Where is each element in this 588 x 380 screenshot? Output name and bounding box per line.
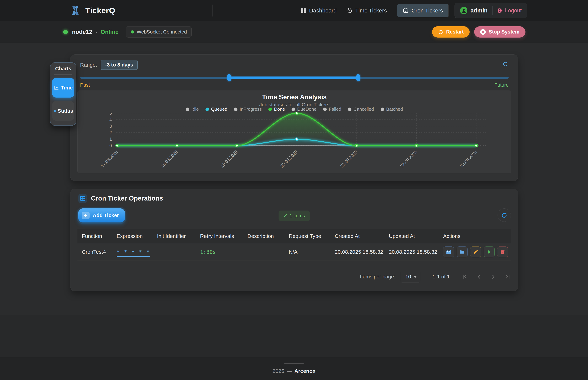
websocket-label: WebSocket Connected [137, 29, 187, 35]
future-label: Future [494, 82, 509, 88]
charts-selector-title: Charts [55, 66, 71, 72]
time-chart-button[interactable]: Time [52, 78, 74, 97]
legend-item[interactable]: Queued [205, 107, 227, 112]
first-page-button[interactable] [461, 273, 468, 280]
slider-handle-start[interactable] [227, 74, 231, 81]
data-point[interactable] [116, 144, 119, 147]
svg-text:0: 0 [109, 143, 112, 148]
data-point[interactable] [176, 144, 178, 147]
legend-dot [348, 108, 351, 111]
data-point[interactable] [475, 144, 478, 147]
range-row: Range: -3 to 3 days [80, 60, 138, 70]
svg-text:18.08.2025: 18.08.2025 [160, 150, 179, 169]
trash-icon [500, 249, 506, 255]
nav-item-time-tickers[interactable]: Time Tickers [347, 7, 387, 14]
user-chip: admin Logout [455, 3, 527, 18]
legend-item[interactable]: Idle [186, 107, 199, 112]
chart-title: Time Series Analysis [78, 94, 511, 101]
restart-label: Restart [446, 29, 464, 35]
nav-item-cron-tickers[interactable]: Cron Tickers [397, 4, 449, 17]
legend-item[interactable]: InProgress [234, 107, 262, 112]
footer: 2025 — Arcenox [0, 357, 588, 380]
alarm-clock-icon [347, 8, 352, 13]
cron-expression-link[interactable]: * * * * * [117, 249, 150, 257]
nav-divider [448, 4, 448, 17]
slider-handle-end[interactable] [356, 74, 360, 81]
data-point[interactable] [415, 144, 418, 147]
user-avatar-icon [460, 7, 467, 14]
charts-selector-divider [54, 74, 72, 75]
svg-text:2: 2 [109, 130, 112, 135]
data-point[interactable] [295, 138, 298, 141]
run-action-button[interactable] [484, 247, 495, 257]
col-actions: Actions [439, 229, 511, 243]
prefooter-band [0, 315, 588, 357]
legend-dot [268, 108, 272, 111]
cell-created-at: 20.08.2025 18:58:32 [330, 243, 385, 261]
app: TickerQ Dashboard Time Tickers [0, 0, 588, 380]
legend-item[interactable]: DueDone [292, 107, 317, 112]
nav-item-dashboard[interactable]: Dashboard [301, 7, 337, 14]
legend-dot [186, 108, 189, 111]
restart-button[interactable]: Restart [432, 26, 470, 38]
time-series-card: Time Series Analysis Job statuses for al… [78, 91, 511, 173]
legend-label: Idle [191, 107, 199, 112]
check-icon: ✓ [284, 213, 287, 219]
previous-page-button[interactable] [476, 273, 482, 280]
status-chart-button[interactable]: Status [52, 101, 74, 121]
node-status-dot [63, 30, 68, 34]
legend-item[interactable]: Batched [381, 107, 403, 112]
nav-item-label: Time Tickers [355, 7, 387, 14]
pagination-controls [461, 273, 511, 280]
legend-label: InProgress [240, 107, 262, 112]
svg-text:3: 3 [109, 124, 112, 129]
time-series-panel: Range: -3 to 3 days Past Future Time Ser… [70, 54, 518, 181]
col-description: Description [243, 229, 284, 243]
time-series-plot: 01234517.08.202518.08.202519.08.202520.0… [78, 112, 511, 173]
table-icon [78, 194, 87, 203]
svg-text:20.08.2025: 20.08.2025 [279, 150, 298, 169]
data-point[interactable] [295, 112, 298, 114]
area-chart-icon [446, 249, 451, 255]
logout-icon [498, 8, 503, 13]
last-page-button[interactable] [505, 273, 511, 280]
websocket-status-dot [131, 30, 134, 34]
edit-action-button[interactable] [470, 247, 481, 257]
legend-item[interactable]: Failed [323, 107, 341, 112]
legend-item[interactable]: Cancelled [348, 107, 374, 112]
charts-selector-panel: Charts Time Status [50, 62, 76, 126]
range-label: Range: [80, 62, 97, 68]
svg-text:19.08.2025: 19.08.2025 [220, 150, 239, 169]
data-point[interactable] [355, 144, 358, 147]
footer-brand: Arcenox [294, 368, 315, 374]
chevron-right-icon [490, 273, 496, 280]
legend-label: Done [274, 107, 285, 112]
view-chart-action-button[interactable] [443, 247, 454, 257]
add-ticker-button[interactable]: + Add Ticker [78, 209, 125, 223]
range-slider[interactable] [80, 74, 509, 81]
line-chart-icon [54, 85, 59, 91]
items-per-page-select[interactable]: 10 [401, 271, 420, 283]
logout-button[interactable]: Logout [498, 7, 522, 14]
svg-text:23.08.2025: 23.08.2025 [459, 150, 478, 169]
delete-action-button[interactable] [497, 247, 508, 257]
stop-system-button[interactable]: Stop System [474, 26, 526, 38]
open-folder-action-button[interactable] [457, 247, 467, 257]
table-row: CronTest4 * * * * * 1:30s N/A 20.08.2025… [78, 243, 511, 261]
chart-refresh-button[interactable] [501, 61, 509, 67]
col-expression: Expression [112, 229, 153, 243]
table-refresh-button[interactable] [498, 209, 511, 222]
retry-interval-value: 1:30s [200, 249, 216, 255]
data-point[interactable] [236, 144, 238, 147]
svg-text:1: 1 [109, 137, 112, 142]
cron-ticker-operations-panel: Cron Ticker Operations + Add Ticker ✓ 1 … [70, 189, 518, 291]
legend-item[interactable]: Done [268, 107, 285, 112]
pencil-icon [473, 249, 478, 255]
tickerq-logo-icon [70, 5, 81, 16]
ops-header: Cron Ticker Operations [78, 194, 163, 203]
legend-label: Queued [211, 107, 227, 112]
next-page-button[interactable] [490, 273, 496, 280]
footer-dash: — [287, 368, 292, 374]
logout-label: Logout [505, 7, 522, 14]
nav-item-label: Cron Tickers [411, 7, 443, 14]
